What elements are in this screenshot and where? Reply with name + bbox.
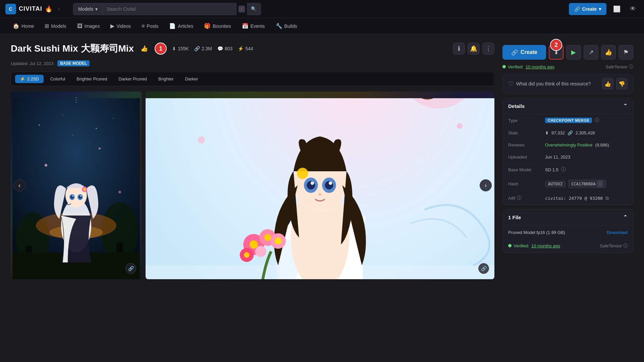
create-button[interactable]: 🔗 Create ▾ [569, 3, 606, 15]
info-button[interactable]: ℹ [453, 43, 465, 55]
create-main-button[interactable]: 🔗 Create [502, 45, 546, 60]
detail-type-row: Type CHECKPOINT MERGE ⓘ [503, 114, 633, 127]
notification-button[interactable]: 🔔 [468, 43, 480, 55]
nav-builds[interactable]: 🔧 Builds [271, 19, 302, 33]
comment-icon: 💬 [217, 46, 223, 51]
report-button[interactable]: ⚑ [619, 45, 633, 60]
nav-home[interactable]: 🏠 Home [8, 19, 39, 33]
nav-bounties[interactable]: 🎁 Bounties [199, 19, 235, 33]
flag-icon: ⚑ [623, 49, 629, 56]
base-model-info-icon[interactable]: ⓘ [561, 167, 566, 173]
version-tab-darker[interactable]: Darker [180, 75, 203, 83]
stat-lightning-value: 544 [245, 46, 253, 51]
details-section-header[interactable]: Details [503, 98, 633, 114]
search-type-button[interactable]: Models ▾ [73, 3, 102, 15]
stats-downloads: 97,332 [551, 130, 565, 135]
file-section-header[interactable]: 1 File [503, 209, 633, 225]
svg-point-5 [39, 125, 40, 126]
search-slash-icon: / [238, 6, 245, 12]
search-button[interactable]: 🔍 [247, 3, 261, 15]
title-row: Dark Sushi Mix 大颗寿司Mix 👍 1 ⬇ 155K 🔗 2.3M… [11, 42, 494, 55]
version-tab-colorful[interactable]: Colorful [46, 75, 70, 83]
thumbsup-button[interactable]: 👍 [601, 45, 616, 60]
thumbsup-icon: 👍 [605, 49, 612, 56]
stat-downloads-value: 155K [178, 46, 189, 51]
version-tab-225d[interactable]: ⚡ 2.25D [15, 75, 44, 83]
share-button[interactable]: ↗ [584, 45, 598, 60]
svg-point-52 [244, 252, 250, 258]
file-verified-time-link[interactable]: 10 months ago [531, 243, 560, 248]
thumbs-up-vote-button[interactable]: 👍 [602, 78, 613, 89]
svg-point-8 [113, 118, 113, 119]
gallery-next-button[interactable]: › [480, 179, 492, 191]
uploaded-date: Jun 11, 2023 [545, 155, 570, 160]
type-info-icon[interactable]: ⓘ [595, 117, 599, 123]
gallery-image-1: ⋮ [11, 92, 142, 279]
more-options-button[interactable]: ⋮ [482, 43, 494, 55]
verified-time-link[interactable]: 10 months ago [526, 64, 554, 69]
create-link-icon: 🔗 [574, 6, 580, 12]
svg-point-43 [311, 181, 314, 185]
file-verified-row: Verified: 10 months ago SafeTensor ⓘ [503, 240, 633, 253]
play-button[interactable]: ▶ [566, 45, 581, 60]
detail-uploaded-row: Uploaded Jun 11, 2023 [503, 151, 633, 163]
monitor-icon-button[interactable]: ⬜ [610, 4, 623, 14]
image-1-placeholder [11, 92, 142, 279]
svg-point-6 [62, 115, 63, 115]
site-logo[interactable]: C CIVITAI 🔥 [5, 4, 53, 14]
annotation-badge-2: 2 [550, 39, 562, 51]
nav-videos[interactable]: ▶ Videos [106, 19, 136, 33]
nav-articles[interactable]: 📄 Articles [164, 19, 198, 33]
dropdown-icon: ▾ [95, 6, 98, 12]
file-download-link[interactable]: Download [607, 230, 628, 235]
safetensor-info-icon[interactable]: ⓘ [629, 64, 633, 70]
air-copy-button[interactable]: ⧉ [605, 195, 609, 201]
hash-expand-button[interactable]: › [597, 181, 603, 187]
like-button[interactable]: 👍 [139, 44, 149, 54]
svg-point-9 [72, 135, 73, 135]
image-1-link-button[interactable]: 🔗 [125, 263, 136, 274]
detail-stats-row: Stats ⬇ 97,332 🔗 2,305,428 [503, 127, 633, 139]
hash-value-text: CCA17B08DA [571, 182, 595, 186]
version-tab-brighter-pruned[interactable]: Brighter Pruned [72, 75, 112, 83]
topbar-right: 🔗 Create ▾ ⬜ 👁 [569, 3, 639, 15]
gallery-image-2: 🔗 [146, 92, 494, 279]
heart-icon: ♡ [508, 80, 514, 87]
file-safetensor-info-icon[interactable]: ⓘ [623, 243, 628, 249]
search-input[interactable] [102, 3, 236, 15]
reviews-positive-text[interactable]: Overwhelmingly Positive [545, 142, 593, 147]
create-link-icon-main: 🔗 [511, 49, 518, 56]
svg-point-49 [255, 246, 266, 257]
thumbs-down-vote-button[interactable]: 👎 [616, 78, 628, 89]
builds-icon: 🔧 [276, 23, 282, 29]
reviews-label: Reviews [508, 142, 545, 147]
feedback-row: ♡ What did you think of this resource? 👍… [502, 74, 633, 94]
image-1-more-button[interactable]: ⋮ [15, 96, 138, 104]
detail-reviews-row: Reviews Overwhelmingly Positive (9,686) [503, 139, 633, 151]
download-btn-wrapper: 2 ⬇ [549, 45, 564, 60]
svg-point-7 [96, 128, 97, 129]
svg-point-50 [250, 240, 258, 249]
secondary-nav: 🏠 Home ⊞ Models 🖼 Images ▶ Videos ≡ Post… [0, 18, 644, 34]
version-tab-darker-label: Darker [185, 76, 198, 81]
version-tab-brighter[interactable]: Brighter [154, 75, 178, 83]
file-verified-text: Verified: [514, 243, 529, 248]
feedback-text: ♡ What did you think of this resource? [508, 80, 591, 87]
svg-point-13 [45, 164, 47, 167]
nav-events[interactable]: 📅 Events [237, 19, 270, 33]
verified-row: Verified: 10 months ago SafeTensor ⓘ [502, 64, 633, 70]
stat-downloads: ⬇ 155K [172, 46, 189, 51]
version-tab-darker-pruned[interactable]: Darker Pruned [114, 75, 152, 83]
image-2-link-button[interactable]: 🔗 [478, 263, 489, 274]
nav-events-label: Events [251, 23, 265, 29]
nav-posts[interactable]: ≡ Posts [137, 19, 163, 33]
nav-images[interactable]: 🖼 Images [72, 19, 105, 33]
lightning-icon: ⚡ [238, 46, 244, 51]
air-info-icon[interactable]: ⓘ [517, 195, 522, 201]
safetensor-badge: SafeTensor ⓘ [605, 64, 633, 70]
gallery-prev-button[interactable]: ‹ [13, 179, 25, 191]
images-icon: 🖼 [77, 23, 83, 29]
fire-icon[interactable]: 🔥 [45, 5, 53, 13]
nav-models[interactable]: ⊞ Models [40, 19, 71, 33]
eye-icon-button[interactable]: 👁 [627, 4, 639, 14]
